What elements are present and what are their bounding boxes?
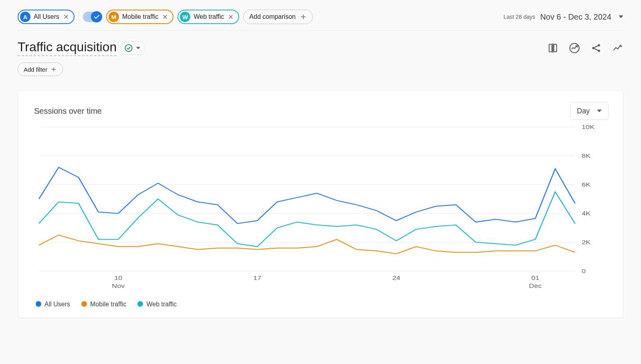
svg-text:01: 01 [531, 274, 539, 281]
legend-item: Mobile traffic [81, 301, 126, 308]
svg-text:10: 10 [114, 274, 122, 281]
share-icon[interactable] [591, 42, 602, 54]
page-title: Traffic acquisition [18, 40, 117, 56]
svg-text:8K: 8K [582, 152, 591, 159]
segment-chip-mobile-traffic[interactable]: M Mobile traffic [106, 10, 173, 24]
svg-text:10K: 10K [582, 125, 595, 131]
svg-rect-1 [549, 44, 552, 52]
add-filter-label: Add filter [24, 66, 47, 73]
segment-avatar: A [20, 12, 30, 22]
add-filter-button[interactable]: Add filter [18, 62, 63, 76]
segment-label: Mobile traffic [122, 13, 158, 20]
svg-text:4K: 4K [582, 210, 591, 217]
status-pill[interactable] [121, 41, 145, 55]
plus-icon [300, 13, 307, 20]
close-icon[interactable] [227, 13, 234, 20]
chevron-down-icon [136, 46, 140, 50]
svg-text:0: 0 [582, 267, 586, 274]
granularity-selector[interactable]: Day [570, 102, 609, 120]
segment-label: Web traffic [194, 13, 224, 20]
compare-icon[interactable] [547, 42, 558, 54]
granularity-label: Day [577, 107, 590, 115]
date-range-selector[interactable]: Last 28 days Nov 6 - Dec 3, 2024 [504, 12, 623, 22]
sparkle-trend-icon[interactable] [612, 42, 623, 54]
plus-icon [50, 66, 57, 72]
segment-avatar: M [109, 12, 119, 22]
add-comparison-button[interactable]: Add comparison [243, 10, 313, 24]
close-icon[interactable] [62, 13, 70, 20]
svg-rect-2 [554, 44, 556, 52]
segment-chip-all-users[interactable]: A All Users [18, 10, 75, 24]
add-comparison-label: Add comparison [249, 13, 296, 20]
chevron-down-icon [619, 14, 623, 19]
svg-text:6K: 6K [582, 181, 591, 188]
legend-dot [81, 301, 87, 307]
date-range-label: Last 28 days [504, 14, 535, 20]
svg-text:Dec: Dec [529, 282, 542, 289]
segment-avatar: W [180, 12, 190, 22]
insights-icon[interactable] [569, 42, 580, 54]
close-icon[interactable] [161, 13, 169, 20]
date-range-value: Nov 6 - Dec 3, 2024 [540, 12, 611, 22]
separator [79, 11, 79, 22]
chart-title: Sessions over time [34, 107, 102, 116]
add-filter-row: Add filter [18, 56, 623, 76]
svg-text:2K: 2K [582, 239, 591, 245]
legend-dot [36, 301, 41, 307]
filter-bar: A All Users M Mobile traffic W Web traff… [18, 10, 623, 31]
legend-item: All Users [36, 301, 70, 308]
svg-text:Nov: Nov [112, 282, 125, 289]
toolbar-icons [547, 42, 623, 54]
chart-legend: All Users Mobile traffic Web traffic [34, 293, 609, 308]
check-icon [93, 13, 100, 20]
chevron-down-icon [597, 109, 602, 113]
title-row: Traffic acquisition [18, 31, 623, 56]
svg-text:24: 24 [392, 274, 400, 281]
check-circle-icon [124, 44, 133, 52]
svg-text:17: 17 [253, 274, 261, 281]
chart-card: Sessions over time Day 02K4K6K8K10K10172… [18, 90, 623, 318]
segment-chip-web-traffic[interactable]: W Web traffic [177, 10, 239, 24]
sessions-line-chart: 02K4K6K8K10K10172401NovDec [34, 125, 609, 293]
legend-dot [137, 301, 143, 307]
comparison-toggle[interactable] [83, 12, 102, 22]
legend-item: Web traffic [137, 301, 177, 308]
segment-label: All Users [34, 13, 59, 20]
svg-point-0 [125, 44, 132, 51]
